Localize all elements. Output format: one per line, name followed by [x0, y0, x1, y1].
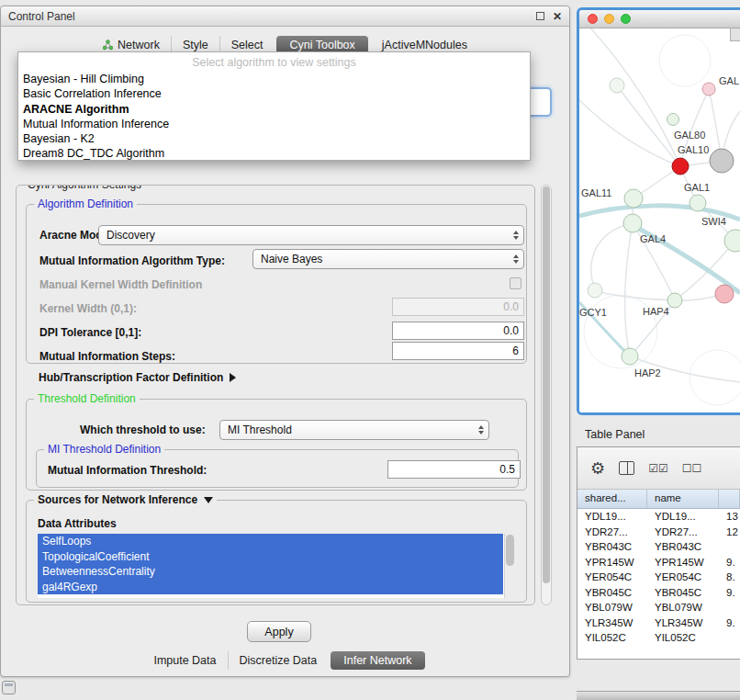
- threshold-definition-legend: Threshold Definition: [34, 392, 140, 405]
- column-header-extra[interactable]: [719, 490, 740, 508]
- node-label: GAL80: [674, 130, 705, 141]
- mi-threshold-group: MI Threshold Definition Mutual Informati…: [36, 449, 519, 488]
- dpi-tolerance-field[interactable]: [392, 322, 524, 340]
- network-node[interactable]: [624, 189, 643, 208]
- list-item-selected[interactable]: gal4RGexp: [38, 580, 503, 595]
- show-columns-icon[interactable]: [619, 461, 634, 475]
- sources-expander[interactable]: Sources for Network Inference: [34, 493, 217, 506]
- network-node[interactable]: [667, 293, 682, 308]
- minimize-traffic-light-icon[interactable]: [604, 14, 614, 24]
- list-item-selected[interactable]: BetweennessCentrality: [38, 564, 503, 580]
- mi-type-combo[interactable]: Naive Bayes: [252, 249, 524, 269]
- table-row[interactable]: YDR27...YDR27...12: [577, 525, 740, 540]
- algorithm-dropdown-popup: Select algorithm to view settings Bayesi…: [17, 51, 531, 161]
- network-window-titlebar[interactable]: [579, 10, 740, 28]
- network-node[interactable]: [623, 214, 642, 232]
- mi-type-label: Mutual Information Algorithm Type:: [39, 254, 225, 267]
- combo-arrows-icon: [513, 254, 523, 264]
- sources-label: Sources for Network Inference: [38, 493, 197, 506]
- table-row[interactable]: YIL052CYIL052C: [577, 630, 740, 646]
- tab-label: Cyni Toolbox: [289, 39, 354, 51]
- network-node[interactable]: [667, 114, 679, 126]
- network-node[interactable]: [724, 230, 740, 252]
- canvas-scrollbar-stub[interactable]: [730, 28, 740, 41]
- column-header-name[interactable]: name: [647, 490, 719, 508]
- algorithm-option[interactable]: Bayesian - Hill Climbing: [18, 72, 530, 86]
- table-body: YDL19...YDL19...13 YDR27...YDR27...12 YB…: [577, 509, 740, 646]
- node-label: GAL11: [581, 187, 611, 198]
- node-label: GAL: [719, 75, 739, 86]
- tab-infer-network[interactable]: Infer Network: [331, 651, 424, 670]
- tab-label: Style: [183, 39, 208, 51]
- table-row[interactable]: YDL19...YDL19...13: [577, 509, 740, 525]
- algorithm-option[interactable]: Bayesian - K2: [18, 131, 530, 146]
- list-item-selected[interactable]: TopologicalCoefficient: [38, 549, 503, 565]
- node-label: GAL4: [640, 233, 666, 244]
- algorithm-option[interactable]: Mutual Information Inference: [18, 117, 530, 131]
- mi-steps-label: Mutual Information Steps:: [39, 350, 175, 363]
- aracne-mode-combo[interactable]: Discovery: [98, 225, 524, 245]
- unselect-all-columns-icon[interactable]: ☐☐: [682, 462, 702, 475]
- dpi-tolerance-label: DPI Tolerance [0,1]:: [39, 326, 141, 339]
- mi-steps-field[interactable]: [392, 342, 524, 360]
- network-view-window[interactable]: GAL GAL80 GAL10 GAL11 GAL1 SWI4 GAL4 GCY…: [577, 7, 740, 415]
- which-threshold-combo[interactable]: MI Threshold: [219, 420, 489, 440]
- network-node[interactable]: [710, 149, 734, 173]
- zoom-traffic-light-icon[interactable]: [621, 14, 631, 24]
- network-node[interactable]: [610, 78, 624, 93]
- algorithm-option[interactable]: Dream8 DC_TDC Algorithm: [18, 146, 530, 161]
- network-node[interactable]: [702, 83, 715, 96]
- expander-expanded-icon: [204, 497, 213, 503]
- network-node[interactable]: [588, 283, 602, 298]
- network-node[interactable]: [715, 285, 734, 303]
- tab-discretize-data[interactable]: Discretize Data: [228, 651, 329, 670]
- kernel-width-field[interactable]: [392, 298, 524, 316]
- collapsed-panel-icon[interactable]: [2, 681, 16, 694]
- data-attributes-list[interactable]: SelfLoops TopologicalCoefficient Between…: [38, 534, 515, 598]
- algorithm-definition-legend: Algorithm Definition: [34, 198, 137, 210]
- close-icon[interactable]: ✕: [553, 11, 562, 22]
- settings-scrollbar[interactable]: [541, 185, 552, 605]
- algorithm-option-selected[interactable]: ARACNE Algorithm: [18, 102, 530, 117]
- hub-definition-expander[interactable]: Hub/Transcription Factor Definition: [39, 371, 236, 384]
- close-traffic-light-icon[interactable]: [588, 14, 598, 24]
- screen: Control Panel ✕ Network Style Select Cyn…: [0, 0, 740, 700]
- tab-impute-data[interactable]: Impute Data: [142, 651, 227, 670]
- data-attributes-label: Data Attributes: [38, 517, 117, 530]
- apply-button[interactable]: Apply: [247, 621, 311, 642]
- network-node[interactable]: [690, 195, 706, 211]
- manual-kernel-checkbox[interactable]: [510, 277, 521, 289]
- table-row[interactable]: YBL079WYBL079W: [577, 600, 740, 615]
- control-panel-titlebar[interactable]: Control Panel ✕: [1, 6, 569, 27]
- table-settings-gear-icon[interactable]: ⚙: [590, 460, 605, 477]
- cyni-bottom-tab-bar: Impute Data Discretize Data Infer Networ…: [1, 650, 569, 671]
- float-window-icon[interactable]: [536, 12, 544, 20]
- algorithm-option[interactable]: Basic Correlation Inference: [18, 86, 530, 101]
- sources-group: Sources for Network Inference Data Attri…: [26, 500, 527, 603]
- node-label: HAP2: [634, 367, 661, 378]
- cyni-algorithm-settings-group: Cyni Algorithm Settings Algorithm Defini…: [16, 185, 535, 605]
- mi-threshold-field[interactable]: [387, 460, 521, 479]
- combo-value: MI Threshold: [228, 423, 292, 436]
- network-canvas[interactable]: GAL GAL80 GAL10 GAL11 GAL1 SWI4 GAL4 GCY…: [579, 28, 740, 412]
- combo-value: Naive Bayes: [261, 253, 322, 265]
- table-row[interactable]: YPR145WYPR145W9.: [577, 555, 740, 570]
- node-label: HAP4: [643, 306, 669, 317]
- combo-arrows-icon: [478, 425, 488, 435]
- table-row[interactable]: YER054CYER054C8.: [577, 570, 740, 585]
- network-node[interactable]: [672, 158, 689, 175]
- tab-label: jActiveMNodules: [382, 39, 467, 51]
- network-node[interactable]: [622, 348, 638, 365]
- expander-collapsed-icon: [230, 373, 236, 382]
- list-scrollbar[interactable]: [504, 534, 515, 598]
- list-item-selected[interactable]: SelfLoops: [38, 534, 503, 549]
- select-all-columns-icon[interactable]: ☑☑: [648, 462, 668, 475]
- table-row[interactable]: YBR043CYBR043C: [577, 539, 740, 555]
- tab-label: Impute Data: [153, 654, 216, 667]
- algorithm-option-placeholder[interactable]: Select algorithm to view settings: [18, 52, 530, 72]
- table-row[interactable]: YBR045CYBR045C9.: [577, 585, 740, 601]
- column-header-shared-name[interactable]: shared...: [577, 490, 647, 508]
- table-row[interactable]: YLR345WYLR345W9.: [577, 615, 740, 631]
- mi-threshold-label: Mutual Information Threshold:: [48, 464, 207, 477]
- threshold-definition-group: Threshold Definition Which threshold to …: [26, 399, 527, 491]
